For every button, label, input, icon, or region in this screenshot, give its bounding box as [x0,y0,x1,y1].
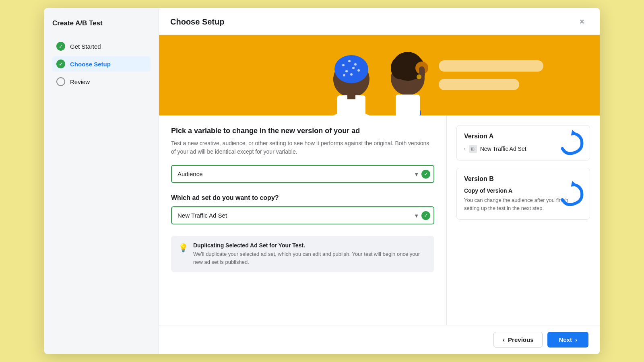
adset-section-title: Which ad set do you want to copy? [171,194,434,202]
version-b-refresh-icon [556,179,585,208]
modal-header: Choose Setup × [159,8,600,35]
hero-progress-bars [439,60,543,90]
info-text: Duplicating Selected Ad Set for Your Tes… [193,242,427,266]
sidebar-item-get-started[interactable]: ✓ Get Started [52,39,151,54]
svg-point-9 [343,74,345,76]
version-a-card: Version A › ⊞ New Traffic Ad Set [456,125,590,160]
svg-point-15 [391,57,409,79]
svg-marker-22 [571,181,578,186]
next-label: Next [559,336,572,343]
modal-title: Choose Setup [170,17,224,27]
info-box: 💡 Duplicating Selected Ad Set for Your T… [171,236,434,272]
svg-rect-12 [347,95,355,99]
sidebar-title: Create A/B Test [52,19,151,27]
info-bulb-icon: 💡 [178,243,188,253]
svg-point-5 [354,63,357,66]
right-panel: Version A › ⊞ New Traffic Ad Set [447,115,600,325]
svg-point-3 [342,64,345,66]
version-a-refresh-illustration [556,128,585,158]
hero-bar-top [439,60,543,72]
previous-label: Previous [508,336,533,343]
version-a-adset-icon: ⊞ [469,145,477,153]
adset-dropdown-check-icon: ✓ [421,211,430,220]
svg-point-2 [334,55,368,83]
svg-point-18 [417,74,421,79]
svg-point-10 [350,73,353,76]
version-a-refresh-icon [556,128,585,156]
modal-container: Create A/B Test ✓ Get Started ✓ Choose S… [44,8,600,354]
svg-point-8 [357,69,360,72]
next-button[interactable]: Next › [547,332,588,348]
svg-point-4 [348,60,351,62]
adset-dropdown-wrapper: New Traffic Ad Set ▼ ✓ [171,206,434,224]
review-pending-icon [56,77,65,86]
previous-button[interactable]: ‹ Previous [493,332,543,348]
version-b-refresh-illustration [556,179,585,209]
svg-point-7 [352,67,355,69]
version-b-card: Version B Copy of Version A You can chan… [456,168,590,220]
sidebar-item-review-label: Review [70,78,90,85]
previous-chevron-icon: ‹ [503,336,505,343]
version-a-chevron-icon: › [464,146,466,151]
info-text-title: Duplicating Selected Ad Set for Your Tes… [193,242,427,249]
close-button[interactable]: × [576,15,588,28]
main-content: Choose Setup × [159,8,600,354]
version-a-adset-name: New Traffic Ad Set [480,146,526,152]
svg-point-6 [345,70,348,72]
variable-section-desc: Test a new creative, audience, or other … [171,139,434,156]
variable-dropdown-wrapper: Audience Creative Placement Custom Creat… [171,165,434,183]
modal-footer: ‹ Previous Next › [159,325,600,354]
info-text-body: We'll duplicate your selected ad set, wh… [193,250,427,266]
sidebar: Create A/B Test ✓ Get Started ✓ Choose S… [44,8,159,354]
sidebar-item-choose-setup-label: Choose Setup [70,61,111,68]
hero-banner [159,35,600,115]
svg-rect-20 [396,95,420,115]
svg-marker-21 [571,130,578,135]
get-started-check-icon: ✓ [56,42,65,51]
variable-dropdown-check-icon: ✓ [421,170,430,179]
adset-dropdown[interactable]: New Traffic Ad Set [171,206,434,224]
hero-bar-bottom [439,79,519,90]
sidebar-item-choose-setup[interactable]: ✓ Choose Setup [52,56,151,72]
choose-setup-check-icon: ✓ [56,60,65,68]
sidebar-item-get-started-label: Get Started [70,43,101,50]
variable-dropdown[interactable]: Audience Creative Placement Custom Creat… [171,165,434,183]
sidebar-item-review[interactable]: Review [52,74,151,89]
variable-section-title: Pick a variable to change in the new ver… [171,127,434,135]
body-section: Pick a variable to change in the new ver… [159,115,600,325]
left-panel: Pick a variable to change in the new ver… [159,115,447,325]
next-chevron-icon: › [575,336,577,343]
